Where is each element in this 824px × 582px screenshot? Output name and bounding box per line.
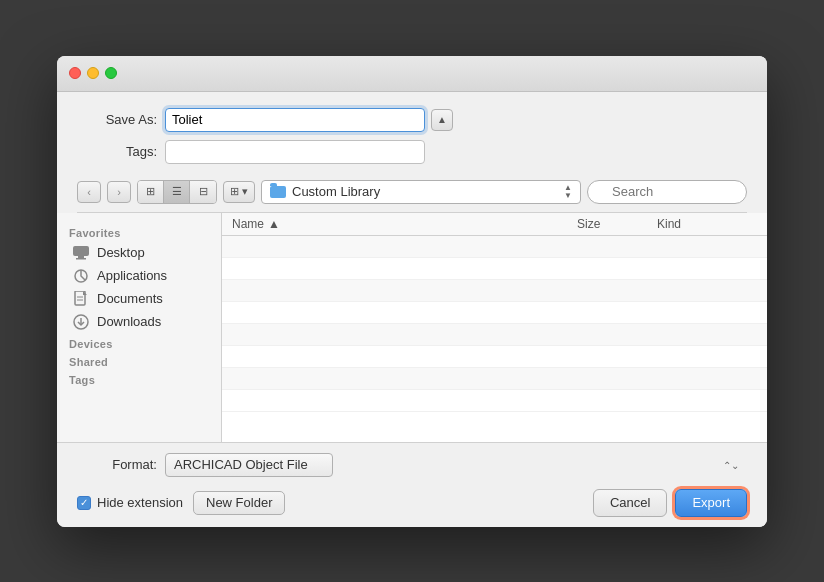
sidebar-item-downloads[interactable]: Downloads xyxy=(61,311,217,333)
search-input[interactable] xyxy=(587,180,747,204)
table-row xyxy=(222,368,767,390)
toolbar: ‹ › ⊞ ☰ ⊟ ⊞ ▾ xyxy=(77,172,747,213)
table-row xyxy=(222,302,767,324)
minimize-button[interactable] xyxy=(87,67,99,79)
hide-extension-checkbox-label[interactable]: ✓ Hide extension xyxy=(77,495,183,510)
location-stepper-arrows: ▲ ▼ xyxy=(564,184,572,200)
column-view-icon: ⊟ xyxy=(199,185,208,198)
column-kind[interactable]: Kind xyxy=(657,217,757,231)
tags-row: Tags: xyxy=(77,140,747,164)
sidebar-item-applications-label: Applications xyxy=(97,268,167,283)
documents-icon xyxy=(73,291,89,307)
table-row xyxy=(222,346,767,368)
arrange-chevron: ▾ xyxy=(242,185,248,198)
main-pane: Favorites Desktop xyxy=(57,213,767,443)
format-select[interactable]: ARCHICAD Object File xyxy=(165,453,333,477)
sidebar-item-documents[interactable]: Documents xyxy=(61,288,217,310)
format-select-wrapper: ARCHICAD Object File xyxy=(165,453,747,477)
form-area: Save As: ▲ Tags: ‹ › ⊞ ☰ xyxy=(57,92,767,213)
maximize-button[interactable] xyxy=(105,67,117,79)
export-button[interactable]: Export xyxy=(675,489,747,517)
close-button[interactable] xyxy=(69,67,81,79)
sidebar-item-desktop-label: Desktop xyxy=(97,245,145,260)
format-label: Format: xyxy=(77,457,157,472)
bottom-bar: Format: ARCHICAD Object File ✓ Hide exte… xyxy=(57,443,767,527)
title-bar xyxy=(57,56,767,92)
save-as-input[interactable] xyxy=(165,108,425,132)
table-row xyxy=(222,236,767,258)
folder-icon xyxy=(270,186,286,198)
grid-view-icon: ⊞ xyxy=(146,185,155,198)
tags-input[interactable] xyxy=(165,140,425,164)
desktop-icon xyxy=(73,245,89,261)
svg-rect-1 xyxy=(78,256,84,258)
arrange-button[interactable]: ⊞ ▾ xyxy=(223,181,255,203)
devices-label: Devices xyxy=(57,334,221,352)
column-name[interactable]: Name ▲ xyxy=(232,217,577,231)
table-row xyxy=(222,390,767,412)
location-label: Custom Library xyxy=(292,184,380,199)
sidebar-item-desktop[interactable]: Desktop xyxy=(61,242,217,264)
expand-button[interactable]: ▲ xyxy=(431,109,453,131)
hide-extension-label: Hide extension xyxy=(97,495,183,510)
tags-label: Tags xyxy=(57,370,221,388)
traffic-lights xyxy=(69,67,117,79)
view-list-button[interactable]: ☰ xyxy=(164,181,190,203)
table-row xyxy=(222,258,767,280)
downloads-icon xyxy=(73,314,89,330)
sidebar-item-downloads-label: Downloads xyxy=(97,314,161,329)
save-dialog-window: Save As: ▲ Tags: ‹ › ⊞ ☰ xyxy=(57,56,767,527)
back-icon: ‹ xyxy=(87,186,91,198)
column-size[interactable]: Size xyxy=(577,217,657,231)
view-column-button[interactable]: ⊟ xyxy=(190,181,216,203)
favorites-label: Favorites xyxy=(57,223,221,241)
new-folder-button[interactable]: New Folder xyxy=(193,491,285,515)
sidebar-item-documents-label: Documents xyxy=(97,291,163,306)
search-wrapper: 🔍 xyxy=(587,180,747,204)
list-view-icon: ☰ xyxy=(172,185,182,198)
sidebar-item-applications[interactable]: Applications xyxy=(61,265,217,287)
sort-arrow: ▲ xyxy=(268,217,280,231)
shared-label: Shared xyxy=(57,352,221,370)
arrange-icon: ⊞ xyxy=(230,185,239,198)
table-row xyxy=(222,280,767,302)
file-list-header: Name ▲ Size Kind xyxy=(222,213,767,236)
forward-icon: › xyxy=(117,186,121,198)
svg-rect-2 xyxy=(76,258,86,260)
format-row: Format: ARCHICAD Object File xyxy=(77,453,747,477)
table-row xyxy=(222,324,767,346)
chevron-up-icon: ▲ xyxy=(437,114,447,125)
svg-rect-0 xyxy=(73,246,89,256)
applications-icon xyxy=(73,268,89,284)
sidebar: Favorites Desktop xyxy=(57,213,222,442)
save-as-row: Save As: ▲ xyxy=(77,108,747,132)
save-as-label: Save As: xyxy=(77,112,157,127)
file-list: Name ▲ Size Kind xyxy=(222,213,767,442)
view-toggle-group: ⊞ ☰ ⊟ xyxy=(137,180,217,204)
cancel-button[interactable]: Cancel xyxy=(593,489,667,517)
actions-row: ✓ Hide extension New Folder Cancel Expor… xyxy=(77,489,747,517)
view-icon-button[interactable]: ⊞ xyxy=(138,181,164,203)
forward-button[interactable]: › xyxy=(107,181,131,203)
hide-extension-checkbox[interactable]: ✓ xyxy=(77,496,91,510)
tags-label: Tags: xyxy=(77,144,157,159)
back-button[interactable]: ‹ xyxy=(77,181,101,203)
location-picker[interactable]: Custom Library ▲ ▼ xyxy=(261,180,581,204)
